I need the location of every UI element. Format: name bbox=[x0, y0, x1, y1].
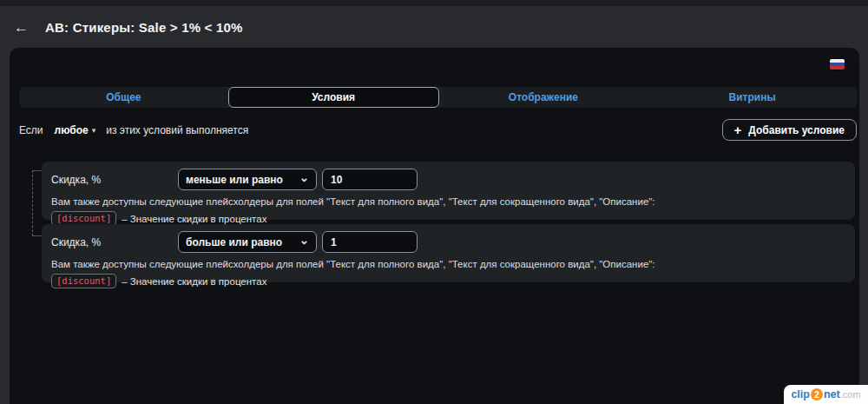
add-condition-label: Добавить условие bbox=[748, 124, 845, 136]
add-condition-button[interactable]: + Добавить условие bbox=[722, 119, 858, 141]
tab-display[interactable]: Отображение bbox=[439, 87, 648, 108]
russian-flag-icon[interactable] bbox=[830, 59, 845, 70]
logic-prefix-text: Если bbox=[19, 124, 43, 136]
logic-mode-value: любое bbox=[55, 124, 89, 136]
condition-row: Скидка, % больше или равно ⌄ bbox=[51, 231, 845, 253]
logic-mode-dropdown[interactable]: любое ▾ bbox=[55, 124, 96, 136]
condition-field-label: Скидка, % bbox=[51, 236, 178, 248]
operator-select-value: больше или равно bbox=[186, 236, 299, 248]
watermark-two-badge: 2 bbox=[811, 388, 823, 401]
condition-field-label: Скидка, % bbox=[51, 174, 178, 186]
top-strip bbox=[0, 0, 868, 6]
condition-value-input[interactable] bbox=[322, 231, 418, 253]
condition-card: Скидка, % больше или равно ⌄ Вам также д… bbox=[42, 224, 855, 282]
placeholder-row: [discount] – Значение скидки в процентах bbox=[51, 274, 845, 288]
chevron-down-icon: ⌄ bbox=[299, 241, 309, 244]
watermark-net-text: net bbox=[824, 388, 840, 401]
tree-connector bbox=[32, 170, 42, 236]
header: ← AB: Стикеры: Sale > 1% < 10% bbox=[0, 6, 868, 48]
placeholder-description: – Значение скидки в процентах bbox=[122, 214, 266, 224]
tab-conditions[interactable]: Условия bbox=[228, 87, 439, 108]
operator-select[interactable]: больше или равно ⌄ bbox=[178, 231, 317, 253]
clip2net-watermark: clip 2 net .com bbox=[784, 385, 868, 404]
content-panel: Общее Условия Отображение Витрины Если л… bbox=[10, 48, 859, 404]
placeholder-description: – Значение скидки в процентах bbox=[122, 276, 266, 287]
plus-icon: + bbox=[734, 123, 742, 136]
placeholders-hint-text: Вам также доступны следующие плейсхолдер… bbox=[51, 259, 845, 269]
condition-value-input[interactable] bbox=[322, 169, 418, 190]
tab-showcases[interactable]: Витрины bbox=[648, 87, 857, 108]
page-title: AB: Стикеры: Sale > 1% < 10% bbox=[45, 20, 243, 35]
condition-card: Скидка, % меньше или равно ⌄ Вам также д… bbox=[42, 162, 855, 220]
condition-row: Скидка, % меньше или равно ⌄ bbox=[51, 169, 845, 190]
operator-select[interactable]: меньше или равно ⌄ bbox=[178, 169, 317, 190]
tab-general[interactable]: Общее bbox=[19, 87, 228, 108]
tab-bar: Общее Условия Отображение Витрины bbox=[19, 87, 857, 108]
tree-connector-stub bbox=[33, 235, 42, 236]
chevron-down-icon: ⌄ bbox=[299, 178, 309, 182]
back-arrow-icon[interactable]: ← bbox=[14, 20, 33, 35]
placeholder-code-chip: [discount] bbox=[51, 274, 116, 288]
placeholders-hint-text: Вам также доступны следующие плейсхолдер… bbox=[51, 196, 845, 207]
logic-suffix-text: из этих условий выполняется bbox=[106, 124, 248, 136]
flag-stripe-red bbox=[830, 66, 845, 70]
watermark-clip-text: clip bbox=[791, 388, 810, 401]
tree-connector-stub bbox=[33, 170, 42, 171]
watermark-com-text: .com bbox=[840, 389, 861, 400]
operator-select-value: меньше или равно bbox=[186, 174, 299, 186]
caret-down-icon: ▾ bbox=[92, 125, 96, 135]
